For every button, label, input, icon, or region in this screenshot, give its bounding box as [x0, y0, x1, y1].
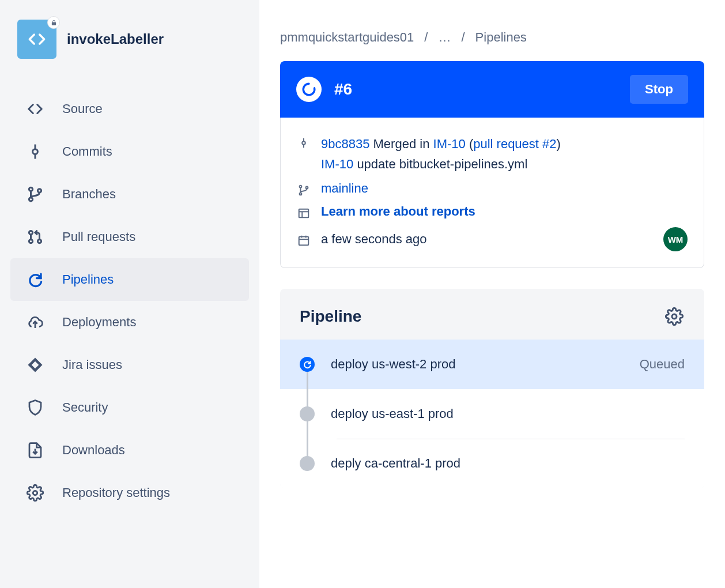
code-icon [27, 100, 44, 118]
step-name: deploy us-west-2 prod [331, 357, 624, 372]
pipeline-step-list: deploy us-west-2 prod Queued deploy us-e… [280, 340, 704, 488]
sidebar-item-label: Pull requests [62, 229, 135, 244]
reports-link[interactable]: Learn more about reports [321, 204, 475, 219]
svg-point-12 [302, 141, 305, 145]
branch-link[interactable]: mainline [321, 181, 368, 196]
breadcrumb-workspace[interactable]: pmmquickstartguides01 [280, 30, 414, 45]
svg-point-7 [29, 239, 32, 243]
breadcrumb-ellipsis[interactable]: … [438, 30, 451, 45]
svg-point-25 [672, 314, 677, 319]
pull-request-link[interactable]: pull request #2 [473, 137, 556, 151]
sidebar-item-label: Branches [62, 187, 116, 202]
run-number: #6 [334, 80, 617, 99]
sidebar-item-downloads[interactable]: Downloads [10, 429, 249, 472]
gear-icon [27, 484, 44, 502]
calendar-icon [297, 233, 311, 247]
step-name: deploy us-east-1 prod [331, 406, 669, 421]
sidebar-item-source[interactable]: Source [10, 88, 249, 130]
pipelines-icon [27, 271, 44, 288]
commit-message: update bitbucket-pipelines.yml [357, 157, 527, 171]
download-icon [27, 442, 44, 459]
branch-icon [27, 186, 44, 203]
svg-point-11 [33, 491, 37, 495]
sidebar-item-label: Repository settings [62, 485, 170, 500]
sidebar-item-deployments[interactable]: Deployments [10, 301, 249, 344]
step-name: deply ca-central-1 prod [331, 456, 669, 471]
commit-row: 9bc8835 Merged in IM-10 (pull request #2… [297, 130, 688, 178]
branch-icon [297, 183, 311, 197]
pipeline-settings-button[interactable] [664, 306, 685, 327]
breadcrumb-separator: / [461, 30, 465, 45]
pipeline-section: Pipeline deploy us-west-2 prod Queued de… [280, 289, 704, 488]
sidebar-item-label: Downloads [62, 443, 125, 458]
reports-row: Learn more about reports [297, 201, 688, 224]
user-avatar[interactable]: WM [663, 227, 688, 251]
sidebar-item-commits[interactable]: Commits [10, 130, 249, 173]
stop-button[interactable]: Stop [630, 75, 688, 104]
gear-icon [665, 307, 684, 326]
svg-point-5 [37, 189, 41, 193]
sidebar-item-label: Security [62, 400, 108, 415]
commit-icon [27, 143, 44, 160]
breadcrumb-separator: / [424, 30, 428, 45]
commit-hash-link[interactable]: 9bc8835 [321, 137, 369, 151]
pipeline-step[interactable]: deploy us-west-2 prod Queued [280, 340, 704, 389]
svg-point-8 [37, 239, 41, 243]
run-status-in-progress-icon [296, 77, 322, 102]
paren-close: ) [557, 137, 561, 151]
svg-point-4 [29, 198, 32, 201]
commit-icon [297, 136, 311, 150]
merged-prefix: Merged in [373, 137, 430, 151]
svg-point-15 [300, 186, 302, 188]
svg-point-6 [29, 231, 32, 234]
step-status-pending-icon [300, 456, 315, 471]
breadcrumb: pmmquickstartguides01 / … / Pipelines [280, 30, 704, 45]
sidebar-item-label: Source [62, 101, 103, 116]
sidebar-item-branches[interactable]: Branches [10, 173, 249, 216]
repo-title[interactable]: invokeLabeller [67, 31, 164, 47]
svg-rect-21 [299, 237, 309, 246]
jira-issue-link[interactable]: IM-10 [321, 157, 353, 171]
shield-icon [27, 399, 44, 416]
svg-rect-18 [299, 209, 309, 218]
run-time: a few seconds ago [321, 232, 426, 247]
repo-icon [17, 20, 56, 59]
commit-text: 9bc8835 Merged in IM-10 (pull request #2… [321, 134, 561, 174]
svg-point-17 [306, 187, 308, 189]
repo-header: invokeLabeller [10, 16, 249, 74]
sidebar-item-pull-requests[interactable]: Pull requests [10, 216, 249, 258]
pipeline-run-header: #6 Stop [280, 61, 704, 118]
sidebar-item-repo-settings[interactable]: Repository settings [10, 472, 249, 514]
report-icon [297, 206, 311, 220]
svg-point-3 [29, 187, 32, 191]
sidebar-item-label: Commits [62, 144, 112, 159]
time-row: a few seconds ago WM [297, 224, 688, 255]
svg-point-16 [300, 193, 302, 195]
svg-point-0 [33, 149, 38, 154]
sidebar-item-label: Pipelines [62, 272, 114, 287]
pipeline-step[interactable]: deploy us-east-1 prod [280, 389, 704, 439]
step-status-queued-icon [300, 357, 315, 372]
step-status-label: Queued [640, 357, 685, 372]
sidebar-item-jira-issues[interactable]: Jira issues [10, 344, 249, 386]
pipeline-header: Pipeline [280, 289, 704, 340]
merged-branch-link[interactable]: IM-10 [433, 137, 466, 151]
sidebar-item-label: Deployments [62, 315, 136, 330]
breadcrumb-current[interactable]: Pipelines [475, 30, 527, 45]
sidebar-item-pipelines[interactable]: Pipelines [10, 258, 249, 301]
branch-row: mainline [297, 178, 688, 201]
sidebar: invokeLabeller Source Commits Branches P… [0, 0, 259, 588]
sidebar-nav: Source Commits Branches Pull requests Pi… [10, 88, 249, 514]
jira-icon [27, 356, 44, 374]
pull-request-icon [27, 228, 44, 246]
main-content: pmmquickstartguides01 / … / Pipelines #6… [259, 0, 725, 588]
lock-icon [47, 16, 60, 29]
cloud-upload-icon [27, 314, 44, 331]
run-details-card: 9bc8835 Merged in IM-10 (pull request #2… [280, 118, 704, 268]
pipeline-step[interactable]: deply ca-central-1 prod [280, 439, 704, 488]
pipeline-title: Pipeline [300, 307, 664, 326]
sidebar-item-label: Jira issues [62, 357, 122, 372]
sidebar-item-security[interactable]: Security [10, 386, 249, 429]
step-status-pending-icon [300, 406, 315, 421]
